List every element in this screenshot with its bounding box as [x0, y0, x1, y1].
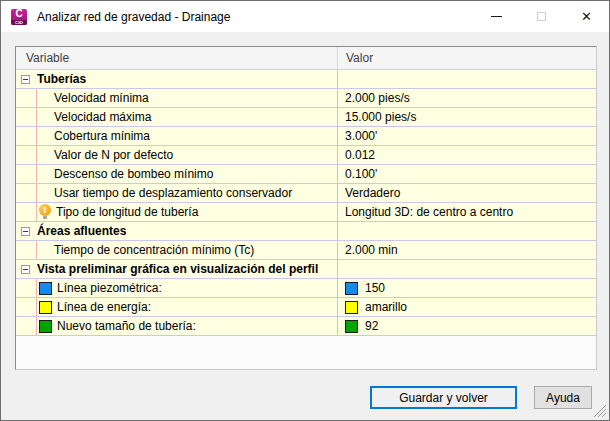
save-and-return-button[interactable]: Guardar y volver: [370, 386, 517, 409]
variable-content: Línea piezométrica:: [36, 279, 337, 297]
civil3d-app-icon: C C3D: [11, 9, 27, 25]
section-label: Vista preliminar gráfica en visualizació…: [37, 262, 318, 276]
variable-cell: Tiempo de concentración mínimo (Tc): [16, 241, 337, 259]
section-row[interactable]: Vista preliminar gráfica en visualizació…: [16, 260, 596, 279]
setting-row[interactable]: Cobertura mínima3.000': [16, 127, 596, 146]
variable-cell: Valor de N por defecto: [16, 146, 337, 164]
setting-value: 92: [365, 319, 378, 333]
variable-content: Cobertura mínima: [36, 127, 337, 145]
value-cell[interactable]: 92: [337, 317, 596, 335]
color-swatch[interactable]: [39, 320, 52, 333]
column-header-valor: Valor: [337, 47, 596, 69]
setting-row[interactable]: Descenso de bombeo mínimo0.100': [16, 165, 596, 184]
app-icon-letter: C: [11, 8, 27, 20]
setting-value: 15.000 pies/s: [345, 110, 416, 124]
setting-label: Línea de energía:: [57, 300, 151, 314]
row-gutter: [16, 241, 36, 259]
help-button[interactable]: Ayuda: [534, 386, 592, 409]
setting-label: Valor de N por defecto: [54, 148, 173, 162]
setting-value: 2.000 min: [345, 243, 398, 257]
minimize-icon: [491, 16, 502, 17]
row-gutter: [16, 127, 36, 145]
value-cell[interactable]: 0.100': [337, 165, 596, 183]
close-button[interactable]: ✕: [564, 1, 609, 32]
setting-row[interactable]: Tipo de longitud de tuberíaLongitud 3D: …: [16, 203, 596, 222]
value-cell: [337, 260, 596, 278]
value-cell[interactable]: 0.012: [337, 146, 596, 164]
row-gutter: [16, 203, 36, 221]
value-cell[interactable]: 3.000': [337, 127, 596, 145]
row-gutter: [16, 317, 36, 335]
variable-cell: Áreas afluentes: [16, 222, 337, 240]
row-gutter: [16, 108, 36, 126]
collapse-toggle-icon[interactable]: [21, 227, 30, 236]
setting-label: Velocidad máxima: [54, 110, 151, 124]
setting-row[interactable]: Tiempo de concentración mínimo (Tc)2.000…: [16, 241, 596, 260]
app-icon-sub: C3D: [11, 20, 27, 25]
variable-cell: Usar tiempo de desplazamiento conservado…: [16, 184, 337, 202]
setting-row[interactable]: Línea piezométrica:150: [16, 279, 596, 298]
variable-cell: Tuberías: [16, 70, 337, 88]
row-gutter: [16, 165, 36, 183]
variable-cell: Cobertura mínima: [16, 127, 337, 145]
minimize-button[interactable]: [474, 1, 519, 32]
column-header-variable: Variable: [16, 47, 337, 69]
variable-content: Valor de N por defecto: [36, 146, 337, 164]
variable-cell: Vista preliminar gráfica en visualizació…: [16, 260, 337, 278]
section-row[interactable]: Áreas afluentes: [16, 222, 596, 241]
row-gutter: [16, 146, 36, 164]
section-label: Tuberías: [37, 72, 86, 86]
color-swatch[interactable]: [39, 282, 52, 295]
dialog-window: C C3D Analizar red de gravedad - Drainag…: [0, 0, 610, 421]
value-cell[interactable]: 2.000 min: [337, 241, 596, 259]
setting-label: Tiempo de concentración mínimo (Tc): [54, 243, 254, 257]
collapse-toggle-icon[interactable]: [21, 75, 30, 84]
setting-row[interactable]: Valor de N por defecto0.012: [16, 146, 596, 165]
value-color-swatch[interactable]: [345, 320, 358, 333]
setting-label: Línea piezométrica:: [57, 281, 162, 295]
setting-label: Velocidad mínima: [54, 91, 149, 105]
value-cell[interactable]: Longitud 3D: de centro a centro: [337, 203, 596, 221]
variable-content: Descenso de bombeo mínimo: [36, 165, 337, 183]
collapse-toggle-icon[interactable]: [21, 265, 30, 274]
value-color-swatch[interactable]: [345, 282, 358, 295]
variable-content: Línea de energía:: [36, 298, 337, 316]
section-label: Áreas afluentes: [37, 224, 126, 238]
variable-cell: Línea de energía:: [16, 298, 337, 316]
resize-grip-icon[interactable]: [593, 404, 607, 418]
row-gutter: [16, 89, 36, 107]
setting-row[interactable]: Velocidad máxima15.000 pies/s: [16, 108, 596, 127]
titlebar[interactable]: C C3D Analizar red de gravedad - Drainag…: [1, 1, 609, 32]
setting-row[interactable]: Línea de energía:amarillo: [16, 298, 596, 317]
variable-cell: Línea piezométrica:: [16, 279, 337, 297]
section-row[interactable]: Tuberías: [16, 70, 596, 89]
setting-row[interactable]: Usar tiempo de desplazamiento conservado…: [16, 184, 596, 203]
settings-grid: Variable Valor TuberíasVelocidad mínima2…: [15, 46, 597, 370]
setting-row[interactable]: Nuevo tamaño de tubería:92: [16, 317, 596, 336]
window-title: Analizar red de gravedad - Drainage: [37, 10, 230, 24]
window-controls: ✕: [474, 1, 609, 32]
value-cell[interactable]: 2.000 pies/s: [337, 89, 596, 107]
setting-value: 0.012: [345, 148, 375, 162]
value-cell[interactable]: 15.000 pies/s: [337, 108, 596, 126]
color-swatch[interactable]: [39, 301, 52, 314]
variable-cell: Nuevo tamaño de tubería:: [16, 317, 337, 335]
value-color-swatch[interactable]: [345, 301, 358, 314]
value-cell: [337, 70, 596, 88]
value-cell[interactable]: Verdadero: [337, 184, 596, 202]
variable-content: Velocidad mínima: [36, 89, 337, 107]
setting-value: 150: [365, 281, 385, 295]
setting-row[interactable]: Velocidad mínima2.000 pies/s: [16, 89, 596, 108]
variable-cell: Velocidad mínima: [16, 89, 337, 107]
variable-content: Tiempo de concentración mínimo (Tc): [36, 241, 337, 259]
grid-rows: TuberíasVelocidad mínima2.000 pies/sVelo…: [16, 70, 596, 336]
setting-label: Nuevo tamaño de tubería:: [57, 319, 196, 333]
value-cell[interactable]: 150: [337, 279, 596, 297]
variable-cell: Descenso de bombeo mínimo: [16, 165, 337, 183]
value-cell[interactable]: amarillo: [337, 298, 596, 316]
row-gutter: [16, 184, 36, 202]
variable-content: Nuevo tamaño de tubería:: [36, 317, 337, 335]
grid-header: Variable Valor: [16, 47, 596, 70]
variable-content: Velocidad máxima: [36, 108, 337, 126]
variable-content: Tipo de longitud de tubería: [36, 203, 337, 221]
